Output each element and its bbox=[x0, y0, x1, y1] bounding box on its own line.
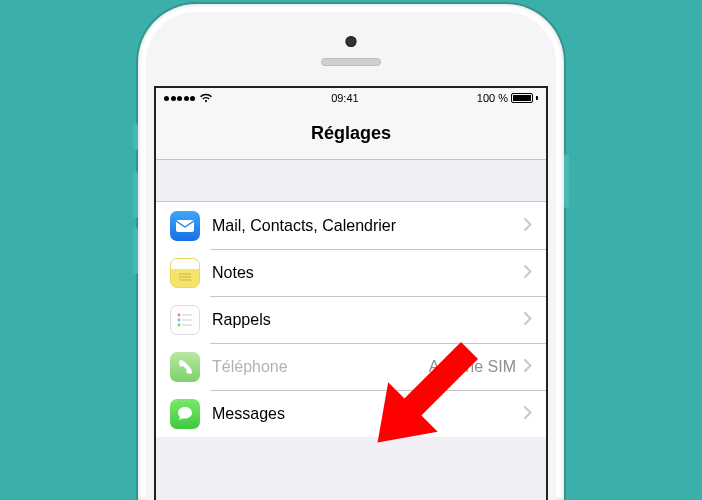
chevron-right-icon bbox=[524, 264, 532, 282]
chevron-right-icon bbox=[524, 311, 532, 329]
row-label: Notes bbox=[212, 264, 524, 282]
wifi-icon bbox=[199, 93, 213, 103]
navbar: Réglages bbox=[156, 108, 546, 160]
svg-point-8 bbox=[178, 323, 181, 326]
settings-row-mail[interactable]: Mail, Contacts, Calendrier bbox=[156, 202, 546, 249]
row-label: Messages bbox=[212, 405, 524, 423]
mail-icon bbox=[170, 211, 200, 241]
page-title: Réglages bbox=[311, 123, 391, 144]
reminders-icon bbox=[170, 305, 200, 335]
status-time: 09:41 bbox=[331, 92, 359, 104]
notes-icon bbox=[170, 258, 200, 288]
row-label: Mail, Contacts, Calendrier bbox=[212, 217, 524, 235]
svg-point-6 bbox=[178, 318, 181, 321]
earpiece-speaker bbox=[321, 58, 381, 66]
signal-dots-icon bbox=[164, 96, 195, 101]
volume-up-button bbox=[133, 172, 138, 218]
chevron-right-icon bbox=[524, 358, 532, 376]
svg-rect-0 bbox=[176, 220, 194, 232]
row-label: Rappels bbox=[212, 311, 524, 329]
row-label: Téléphone bbox=[212, 358, 429, 376]
screen: 09:41 100 % Réglages bbox=[154, 86, 548, 500]
power-button bbox=[564, 154, 569, 208]
volume-down-button bbox=[133, 228, 138, 274]
iphone-frame: 09:41 100 % Réglages bbox=[138, 4, 564, 500]
mute-switch bbox=[133, 124, 138, 150]
settings-row-reminders[interactable]: Rappels bbox=[156, 296, 546, 343]
section-gap bbox=[156, 160, 546, 202]
battery-percent: 100 % bbox=[477, 92, 508, 104]
settings-row-messages[interactable]: Messages bbox=[156, 390, 546, 437]
front-camera bbox=[346, 36, 357, 47]
status-bar: 09:41 100 % bbox=[156, 88, 546, 108]
row-detail: Aucune SIM bbox=[429, 358, 516, 376]
messages-icon bbox=[170, 399, 200, 429]
settings-row-notes[interactable]: Notes bbox=[156, 249, 546, 296]
settings-list: Mail, Contacts, Calendrier Notes bbox=[156, 160, 546, 500]
settings-row-phone[interactable]: Téléphone Aucune SIM bbox=[156, 343, 546, 390]
svg-point-4 bbox=[178, 313, 181, 316]
chevron-right-icon bbox=[524, 217, 532, 235]
phone-icon bbox=[170, 352, 200, 382]
battery-indicator: 100 % bbox=[477, 92, 538, 104]
chevron-right-icon bbox=[524, 405, 532, 423]
